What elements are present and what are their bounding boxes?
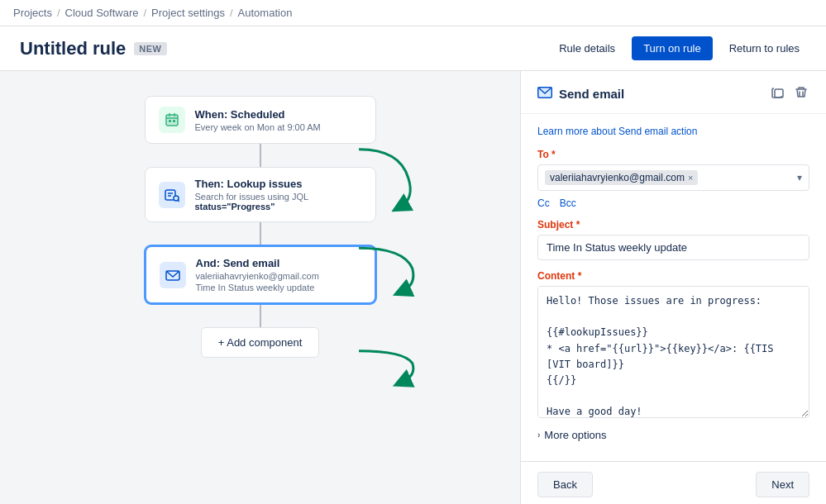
main-header: Untitled rule NEW Rule details Turn on r… [0, 26, 826, 71]
remove-email-button[interactable]: × [688, 173, 693, 183]
page-title: Untitled rule [20, 38, 126, 59]
svg-rect-0 [166, 115, 178, 126]
to-field-label: To * [537, 149, 809, 160]
email-tag: valeriiahavryienko@gmail.com × [545, 170, 698, 185]
send-email-icon [160, 262, 186, 288]
rule-details-button[interactable]: Rule details [552, 37, 622, 59]
svg-rect-5 [169, 120, 171, 122]
breadcrumb-projects[interactable]: Projects [13, 7, 52, 19]
node-lookup-subtitle2: status="Progress" [195, 202, 362, 212]
cc-bcc-row: Cc Bcc [537, 197, 809, 209]
right-panel: Send email Learn more about Send email a… [520, 71, 826, 504]
return-to-rules-button[interactable]: Return to rules [723, 37, 806, 59]
node-scheduled-title: When: Scheduled [195, 108, 362, 121]
new-badge: NEW [134, 42, 166, 55]
breadcrumb: Projects / Cloud Software / Project sett… [0, 0, 826, 26]
node-lookup[interactable]: Then: Lookup issues Search for issues us… [145, 167, 376, 222]
to-dropdown-chevron[interactable]: ▾ [797, 172, 802, 183]
turn-on-rule-button[interactable]: Turn on rule [632, 36, 713, 60]
more-options-chevron-icon: › [537, 430, 540, 440]
learn-more-link[interactable]: Learn more about Send email action [537, 126, 809, 137]
back-button[interactable]: Back [537, 472, 593, 497]
node-send-email[interactable]: And: Send email valeriiahavryienko@gmail… [145, 245, 376, 304]
more-options[interactable]: › More options [537, 421, 809, 445]
breadcrumb-automation[interactable]: Automation [238, 7, 293, 19]
panel-body: Learn more about Send email action To * … [521, 114, 826, 461]
node-scheduled-subtitle: Every week on Mon at 9:00 AM [195, 122, 362, 132]
node-send-email-subtitle: valeriiahavryienko@gmail.com [196, 271, 361, 281]
node-scheduled[interactable]: When: Scheduled Every week on Mon at 9:0… [145, 96, 376, 144]
workflow-panel: When: Scheduled Every week on Mon at 9:0… [0, 71, 520, 504]
header-actions: Rule details Turn on rule Return to rule… [552, 36, 806, 60]
bcc-link[interactable]: Bcc [560, 197, 576, 209]
panel-title: Send email [559, 87, 624, 101]
panel-footer: Back Next [521, 461, 826, 504]
content-textarea[interactable] [537, 286, 809, 418]
to-field[interactable]: valeriiahavryienko@gmail.com × ▾ [537, 164, 809, 191]
subject-field-label: Subject * [537, 219, 809, 231]
svg-rect-6 [173, 120, 175, 122]
node-lookup-title: Then: Lookup issues [195, 178, 362, 190]
content-area: When: Scheduled Every week on Mon at 9:0… [0, 71, 826, 504]
lookup-icon [159, 182, 185, 208]
duplicate-button[interactable] [770, 84, 786, 103]
add-component-button[interactable]: + Add component [201, 327, 320, 358]
next-button[interactable]: Next [756, 472, 809, 497]
scheduled-icon [159, 107, 185, 133]
connector-2 [260, 222, 261, 245]
node-lookup-subtitle: Search for issues using JQL [195, 192, 362, 202]
page-title-group: Untitled rule NEW [20, 38, 167, 59]
delete-button[interactable] [793, 84, 809, 103]
connector-1 [260, 144, 261, 167]
subject-input[interactable] [537, 235, 809, 260]
panel-email-icon [537, 87, 552, 102]
breadcrumb-project-settings[interactable]: Project settings [151, 7, 225, 19]
svg-line-11 [178, 200, 179, 201]
node-send-email-subtitle2: Time In Status weekly update [196, 283, 361, 292]
content-field-label: Content * [537, 270, 809, 282]
breadcrumb-cloud-software[interactable]: Cloud Software [65, 7, 139, 19]
node-send-email-title: And: Send email [196, 257, 361, 269]
connector-3 [260, 304, 261, 327]
panel-header: Send email [521, 71, 826, 114]
cc-link[interactable]: Cc [537, 197, 550, 209]
